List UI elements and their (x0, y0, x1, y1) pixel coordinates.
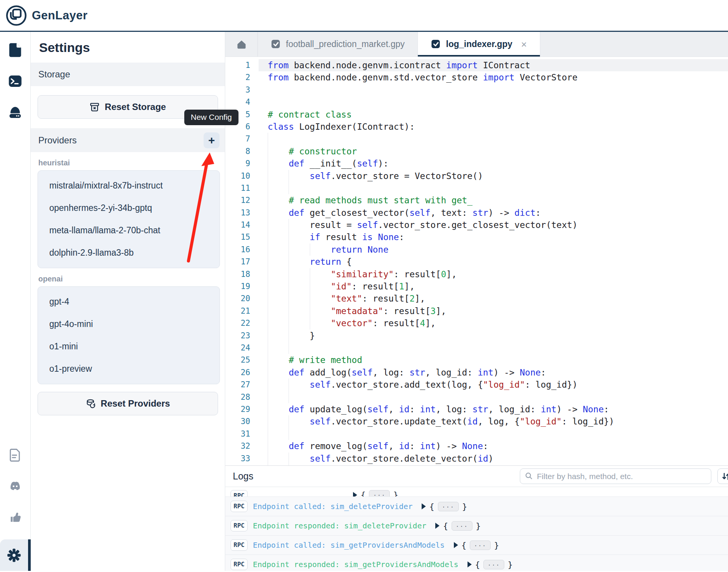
code-line-content: self.vector_store.update_text(id, log, {… (259, 415, 728, 427)
provider-model-item[interactable]: o1-preview (38, 358, 220, 380)
code-line: 18 "similarity": result[0], (225, 268, 728, 280)
code-line: 27 self.vector_store.add_text(log, {"log… (225, 379, 728, 391)
line-number: 18 (225, 268, 259, 280)
indent-guide (289, 415, 289, 427)
tab-football-prediction-market[interactable]: football_prediction_market.gpy (258, 32, 418, 57)
discord-icon[interactable] (6, 477, 24, 495)
provider-model-item[interactable]: mistralai/mixtral-8x7b-instruct (38, 174, 220, 197)
archive-x-icon (89, 102, 100, 112)
log-payload: { ... } (353, 490, 399, 497)
code-line-content: class LogIndexer(IContract): (259, 121, 728, 133)
line-number: 23 (225, 330, 259, 342)
code-line-content (259, 428, 728, 440)
code-line: 29 def update_log(self, id: int, log: st… (225, 403, 728, 415)
files-icon[interactable] (6, 41, 24, 59)
indent-guide (289, 182, 289, 194)
code-line: 19 "id": result[1], (225, 280, 728, 292)
tab-log-indexer[interactable]: log_indexer.gpy × (418, 32, 540, 57)
ellipsis-pill[interactable]: ... (483, 560, 504, 569)
expand-triangle-icon[interactable] (454, 542, 458, 548)
new-config-tooltip: New Config (184, 110, 238, 125)
terminal-icon[interactable] (6, 72, 24, 90)
log-row[interactable]: RPC Endpoint responded: sim_deleteProvid… (225, 516, 728, 536)
reset-providers-button[interactable]: Reset Providers (38, 392, 218, 415)
provider-model-item[interactable]: dolphin-2.9-llama3-8b (38, 242, 220, 264)
provider-model-item[interactable]: o1-mini (38, 335, 220, 358)
code-line-content: self.vector_store.add_text(log, {"log_id… (259, 379, 728, 391)
code-line: 22 "vector": result[4], (225, 317, 728, 329)
provider-group-label: heuristai (38, 159, 220, 167)
line-number: 10 (225, 170, 259, 182)
expand-triangle-icon[interactable] (422, 503, 426, 509)
code-line: 34 (225, 465, 728, 465)
line-number: 33 (225, 453, 259, 465)
line-number: 3 (225, 84, 259, 96)
code-editor[interactable]: 1 from backend.node.genvm.icontract impo… (225, 57, 728, 465)
code-line: 1 from backend.node.genvm.icontract impo… (225, 59, 728, 71)
indent-guide (310, 292, 310, 305)
log-filter-input[interactable] (520, 468, 711, 484)
code-line-content: self.vector_store = VectorStore() (259, 170, 728, 182)
provider-model-item[interactable]: gpt-4o-mini (38, 313, 220, 335)
storage-drive-icon[interactable] (6, 103, 24, 121)
ellipsis-pill[interactable]: ... (438, 502, 459, 511)
code-line: 6 class LogIndexer(IContract): (225, 121, 728, 133)
expand-triangle-icon[interactable] (468, 561, 472, 567)
close-brace: } (508, 560, 513, 569)
provider-group-label: openai (38, 275, 220, 283)
expand-triangle-icon[interactable] (353, 492, 357, 497)
tab-label: football_prediction_market.gpy (286, 39, 405, 49)
provider-group: openai gpt-4gpt-4o-minio1-minio1-preview (31, 275, 225, 384)
settings-gear-active[interactable] (0, 539, 31, 571)
code-line: 5 # contract class (225, 108, 728, 121)
indent-guide (268, 170, 268, 182)
provider-groups: heuristai mistralai/mixtral-8x7b-instruc… (31, 159, 225, 384)
indent-guide (268, 157, 268, 170)
home-tab[interactable] (225, 32, 258, 57)
code-line: 8 # constructor (225, 145, 728, 157)
log-row[interactable]: RPC { ... } (225, 487, 728, 497)
indent-guide (268, 415, 268, 427)
file-check-icon (431, 39, 441, 49)
provider-model-item[interactable]: openhermes-2-yi-34b-gptq (38, 197, 220, 219)
open-brace: { (443, 521, 448, 531)
code-line-content: return { (259, 256, 728, 268)
indent-guide (289, 379, 289, 391)
line-number: 13 (225, 207, 259, 219)
indent-guide (310, 317, 310, 329)
indent-guide (310, 244, 310, 256)
code-line: 20 "text": result[2], (225, 292, 728, 305)
code-line: 31 (225, 428, 728, 440)
close-tab-icon[interactable]: × (521, 41, 527, 48)
code-line-content: def __init__(self): (259, 157, 728, 170)
log-row[interactable]: RPC Endpoint called: sim_deleteProvider … (225, 497, 728, 516)
log-row[interactable]: RPC Endpoint responded: sim_getProviders… (225, 555, 728, 571)
home-icon (236, 39, 247, 50)
ellipsis-pill[interactable]: ... (369, 490, 390, 497)
thumbs-up-icon[interactable] (6, 508, 24, 526)
new-config-plus-button[interactable]: + (204, 132, 220, 148)
code-line: 17 return { (225, 256, 728, 268)
ellipsis-pill[interactable]: ... (452, 521, 472, 531)
log-row[interactable]: RPC Endpoint called: sim_getProvidersAnd… (225, 536, 728, 555)
expand-triangle-icon[interactable] (435, 523, 439, 529)
document-icon[interactable] (6, 446, 24, 464)
code-line-content: "similarity": result[0], (259, 268, 728, 280)
line-number: 4 (225, 96, 259, 108)
code-line-content: from backend.node.genvm.std.vector_store… (259, 71, 728, 83)
code-line-content: from backend.node.genvm.icontract import… (259, 59, 728, 71)
code-line: 12 # read methods must start with get_ (225, 194, 728, 206)
indent-guide (289, 292, 289, 305)
code-line: 13 def get_closest_vector(self, text: st… (225, 207, 728, 219)
code-line: 14 result = self.vector_store.get_closes… (225, 219, 728, 231)
indent-guide (268, 453, 268, 465)
line-number: 8 (225, 145, 259, 157)
sort-logs-button[interactable] (717, 468, 728, 484)
close-brace: } (494, 541, 499, 550)
line-number: 25 (225, 354, 259, 366)
provider-model-item[interactable]: meta-llama/llama-2-70b-chat (38, 219, 220, 242)
ellipsis-pill[interactable]: ... (470, 541, 491, 550)
provider-model-item[interactable]: gpt-4 (38, 291, 220, 313)
logs-title: Logs (233, 471, 253, 482)
line-number: 21 (225, 305, 259, 317)
